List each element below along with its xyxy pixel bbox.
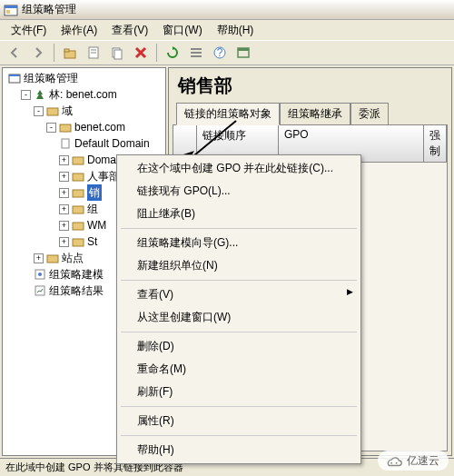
properties-button[interactable]	[83, 42, 104, 64]
svg-point-30	[38, 273, 42, 276]
col-enforced[interactable]: 强制	[424, 125, 447, 162]
toolbar: ?	[0, 40, 454, 65]
menubar: 文件(F) 操作(A) 查看(V) 窗口(W) 帮助(H)	[0, 20, 454, 40]
toolbar-separator	[54, 44, 54, 62]
watermark-text: 亿速云	[407, 453, 439, 469]
ctx-modeling-wizard[interactable]: 组策略建模向导(G)...	[119, 232, 359, 254]
tree-domains[interactable]: -域	[6, 103, 165, 119]
tree-forest[interactable]: -林: benet.com	[6, 86, 165, 103]
ctx-separator	[121, 332, 357, 332]
svg-rect-19	[47, 108, 58, 115]
watermark: 亿速云	[378, 451, 449, 471]
svg-rect-1	[5, 5, 17, 8]
expand-icon[interactable]: +	[59, 188, 69, 198]
forward-button[interactable]	[27, 42, 49, 64]
tab-delegation[interactable]: 委派	[350, 103, 389, 125]
tree-domain[interactable]: -benet.com	[6, 119, 165, 135]
svg-rect-18	[9, 74, 20, 76]
menu-help[interactable]: 帮助(H)	[212, 21, 260, 40]
page-title: 销售部	[169, 68, 451, 102]
help-button[interactable]: ?	[209, 42, 231, 64]
ctx-new-window[interactable]: 从这里创建窗口(W)	[119, 306, 359, 329]
context-menu: 在这个域中创建 GPO 并在此处链接(C)... 链接现有 GPO(L)... …	[116, 154, 361, 464]
svg-rect-26	[73, 223, 84, 230]
ctx-new-ou[interactable]: 新建组织单位(N)	[119, 254, 359, 277]
expand-icon[interactable]: +	[59, 155, 69, 165]
window-button[interactable]	[232, 42, 254, 64]
tab-inheritance[interactable]: 组策略继承	[280, 103, 350, 125]
svg-rect-25	[73, 206, 84, 213]
ctx-refresh[interactable]: 刷新(F)	[119, 381, 359, 403]
toolbar-separator	[156, 44, 157, 62]
svg-rect-28	[47, 255, 58, 263]
tab-linked-gpo[interactable]: 链接的组策略对象	[176, 103, 280, 125]
tab-strip: 链接的组策略对象 组策略继承 委派	[169, 102, 451, 124]
svg-point-35	[396, 462, 398, 464]
expand-icon[interactable]: +	[59, 172, 69, 182]
ctx-link-gpo[interactable]: 链接现有 GPO(L)...	[119, 180, 359, 203]
svg-rect-21	[62, 139, 69, 148]
collapse-icon[interactable]: -	[21, 90, 31, 100]
svg-rect-23	[73, 174, 84, 181]
svg-rect-12	[191, 55, 202, 57]
tree-root[interactable]: 组策略管理	[6, 70, 165, 86]
svg-rect-16	[238, 48, 249, 51]
list-button[interactable]	[185, 42, 207, 64]
menu-action[interactable]: 操作(A)	[55, 21, 103, 40]
expand-icon[interactable]: +	[59, 221, 69, 231]
window-title: 组策略管理	[22, 2, 76, 17]
ctx-help[interactable]: 帮助(H)	[119, 439, 359, 461]
svg-rect-4	[64, 49, 69, 52]
svg-rect-20	[60, 124, 71, 132]
menu-window[interactable]: 窗口(W)	[157, 21, 207, 40]
collapse-icon[interactable]: -	[46, 123, 56, 133]
delete-button[interactable]	[130, 42, 152, 64]
menu-file[interactable]: 文件(F)	[5, 21, 52, 40]
ctx-separator	[121, 228, 357, 229]
refresh-button[interactable]	[162, 42, 183, 64]
ctx-delete[interactable]: 删除(D)	[119, 335, 359, 358]
app-icon	[4, 3, 18, 17]
ctx-rename[interactable]: 重命名(M)	[119, 358, 359, 381]
svg-rect-24	[73, 190, 84, 197]
ctx-separator	[121, 280, 357, 281]
collapse-icon[interactable]: -	[34, 106, 44, 116]
svg-rect-22	[73, 157, 84, 164]
ctx-properties[interactable]: 属性(R)	[119, 410, 359, 432]
svg-rect-2	[6, 10, 10, 14]
svg-text:?: ?	[217, 46, 223, 59]
svg-rect-10	[191, 48, 202, 50]
back-button[interactable]	[4, 42, 25, 64]
svg-rect-27	[73, 239, 84, 246]
window-titlebar: 组策略管理	[0, 0, 454, 20]
svg-rect-11	[191, 52, 202, 54]
ctx-create-gpo[interactable]: 在这个域中创建 GPO 并在此处链接(C)...	[119, 157, 359, 180]
expand-icon[interactable]: +	[59, 204, 69, 214]
menu-view[interactable]: 查看(V)	[106, 21, 153, 40]
expand-icon[interactable]: +	[34, 253, 44, 263]
ctx-view[interactable]: 查看(V)	[119, 283, 359, 306]
svg-rect-9	[114, 50, 122, 59]
up-button[interactable]	[59, 42, 81, 64]
ctx-separator	[121, 406, 357, 407]
expand-icon[interactable]: +	[59, 237, 69, 247]
svg-point-34	[390, 462, 392, 464]
tree-item-default[interactable]: Default Domain	[6, 135, 165, 152]
ctx-block-inherit[interactable]: 阻止继承(B)	[119, 203, 359, 225]
ctx-separator	[121, 435, 357, 436]
copy-button[interactable]	[106, 42, 128, 64]
